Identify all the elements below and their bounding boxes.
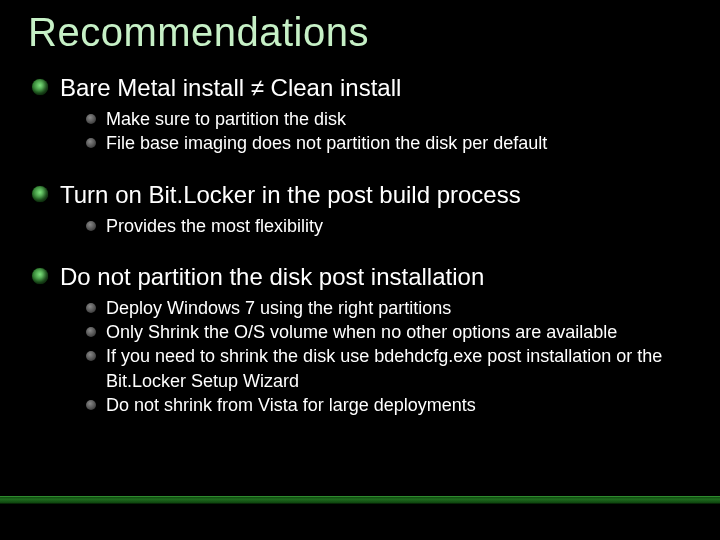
list-item: Bare Metal install ≠ Clean install Make … bbox=[28, 73, 692, 156]
footer-divider bbox=[0, 496, 720, 504]
list-item-text: Bare Metal install ≠ Clean install bbox=[60, 73, 692, 103]
sub-item: Only Shrink the O/S volume when no other… bbox=[84, 320, 692, 344]
bullet-list: Bare Metal install ≠ Clean install Make … bbox=[28, 73, 692, 417]
sub-list: Deploy Windows 7 using the right partiti… bbox=[60, 296, 692, 417]
list-item: Do not partition the disk post installat… bbox=[28, 262, 692, 417]
sub-item: Deploy Windows 7 using the right partiti… bbox=[84, 296, 692, 320]
list-item-text: Do not partition the disk post installat… bbox=[60, 262, 692, 292]
sub-item: Do not shrink from Vista for large deplo… bbox=[84, 393, 692, 417]
list-item: Turn on Bit.Locker in the post build pro… bbox=[28, 180, 692, 238]
sub-list: Provides the most flexibility bbox=[60, 214, 692, 238]
slide: Recommendations Bare Metal install ≠ Cle… bbox=[0, 0, 720, 540]
slide-title: Recommendations bbox=[28, 10, 692, 55]
sub-list: Make sure to partition the disk File bas… bbox=[60, 107, 692, 156]
list-item-text: Turn on Bit.Locker in the post build pro… bbox=[60, 180, 692, 210]
sub-item: Make sure to partition the disk bbox=[84, 107, 692, 131]
sub-item: If you need to shrink the disk use bdehd… bbox=[84, 344, 692, 393]
sub-item: Provides the most flexibility bbox=[84, 214, 692, 238]
sub-item: File base imaging does not partition the… bbox=[84, 131, 692, 155]
